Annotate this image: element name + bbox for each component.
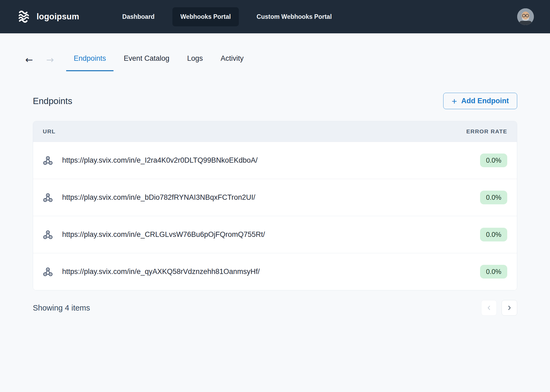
pagination — [481, 300, 517, 316]
plus-icon: + — [452, 97, 457, 105]
nav-item-webhooks-portal[interactable]: Webhooks Portal — [172, 7, 239, 26]
nav-item-custom-webhooks-portal-label: Custom Webhooks Portal — [257, 13, 332, 20]
nav-item-custom-webhooks-portal[interactable]: Custom Webhooks Portal — [257, 13, 332, 20]
next-page-button[interactable] — [502, 300, 517, 316]
error-rate-badge: 0.0% — [480, 191, 507, 204]
endpoint-url: https://play.svix.com/in/e_CRLGLvsW76Bu6… — [62, 230, 265, 239]
add-endpoint-button-label: Add Endpoint — [461, 97, 509, 105]
tabs-row: ← → Endpoints Event Catalog Logs Activit… — [0, 54, 550, 71]
chevron-left-icon — [485, 304, 492, 311]
webhook-icon — [43, 267, 53, 277]
top-navbar: logoipsum Dashboard Webhooks Portal Cust… — [0, 0, 550, 33]
tab-endpoints-label: Endpoints — [74, 54, 106, 62]
logo-waves-icon — [16, 10, 32, 23]
tab-event-catalog[interactable]: Event Catalog — [116, 54, 177, 71]
webhook-icon — [43, 155, 53, 166]
error-rate-badge: 0.0% — [480, 228, 507, 241]
logo-text: logoipsum — [37, 12, 79, 22]
nav-item-dashboard[interactable]: Dashboard — [122, 13, 155, 20]
endpoint-url: https://play.svix.com/in/e_I2ra4K0v2r0DL… — [62, 156, 258, 165]
error-rate-badge: 0.0% — [480, 265, 507, 279]
column-header-url: URL — [43, 128, 56, 135]
back-arrow-icon[interactable]: ← — [23, 54, 36, 66]
table-row[interactable]: https://play.svix.com/in/e_I2ra4K0v2r0DL… — [33, 142, 517, 179]
showing-items-text: Showing 4 items — [33, 304, 90, 312]
table-row[interactable]: https://play.svix.com/in/e_bDio782fRYNAI… — [33, 179, 517, 216]
tab-activity-label: Activity — [221, 54, 244, 62]
webhook-icon — [43, 230, 53, 240]
add-endpoint-button[interactable]: + Add Endpoint — [443, 93, 517, 109]
main-content: Endpoints + Add Endpoint URL ERROR RATE — [0, 93, 550, 316]
tab-endpoints[interactable]: Endpoints — [66, 54, 113, 71]
tab-logs[interactable]: Logs — [180, 54, 211, 71]
page-title: Endpoints — [33, 96, 72, 106]
table-row[interactable]: https://play.svix.com/in/e_qyAXKQ58rVdzn… — [33, 253, 517, 290]
heading-row: Endpoints + Add Endpoint — [33, 93, 517, 109]
logo[interactable]: logoipsum — [16, 10, 79, 23]
nav-item-dashboard-label: Dashboard — [122, 13, 155, 20]
tab-logs-label: Logs — [187, 54, 203, 62]
forward-arrow-icon[interactable]: → — [44, 54, 56, 66]
endpoints-table: URL ERROR RATE https://play.svix.co — [33, 121, 517, 290]
tab-event-catalog-label: Event Catalog — [124, 54, 169, 62]
tab-activity[interactable]: Activity — [213, 54, 251, 71]
chevron-right-icon — [506, 304, 513, 311]
previous-page-button[interactable] — [481, 300, 497, 316]
webhook-icon — [43, 193, 53, 203]
tab-bar: Endpoints Event Catalog Logs Activity — [66, 54, 251, 71]
error-rate-badge: 0.0% — [480, 154, 507, 167]
nav-item-webhooks-portal-label: Webhooks Portal — [180, 13, 231, 20]
endpoint-url: https://play.svix.com/in/e_qyAXKQ58rVdzn… — [62, 268, 260, 276]
endpoint-url: https://play.svix.com/in/e_bDio782fRYNAI… — [62, 193, 255, 202]
user-avatar[interactable] — [517, 8, 534, 25]
primary-nav: Dashboard Webhooks Portal Custom Webhook… — [122, 7, 332, 26]
table-row[interactable]: https://play.svix.com/in/e_CRLGLvsW76Bu6… — [33, 216, 517, 253]
column-header-error-rate: ERROR RATE — [466, 128, 507, 135]
table-header-row: URL ERROR RATE — [33, 121, 517, 142]
table-footer: Showing 4 items — [33, 300, 517, 316]
